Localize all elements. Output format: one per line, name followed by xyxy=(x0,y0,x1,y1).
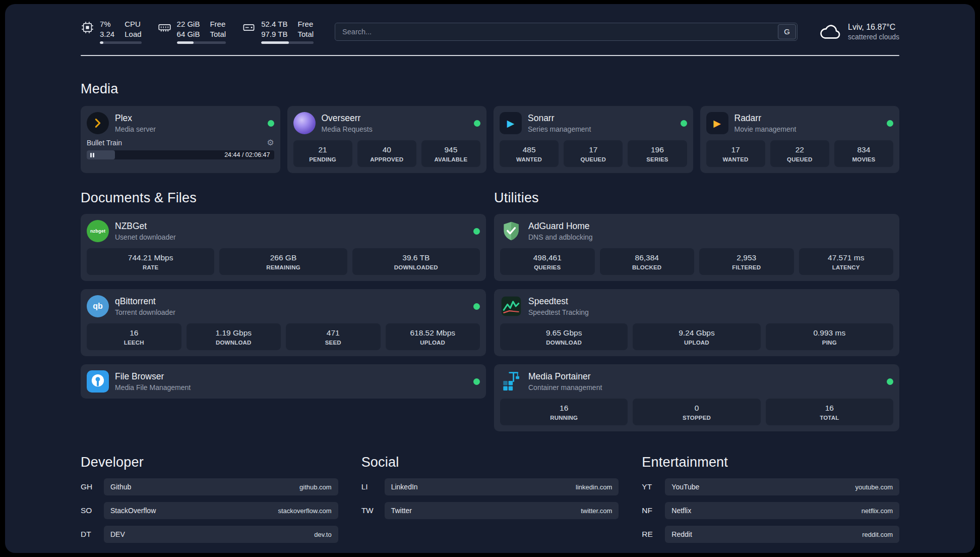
hard-drive-icon xyxy=(242,19,256,34)
disk-free-value: 52.4 TB xyxy=(261,19,287,29)
stat-label: BLOCKED xyxy=(602,264,693,270)
app-subtitle: Torrent downloader xyxy=(115,308,175,316)
stat-value: 9.24 Gbps xyxy=(635,328,758,338)
stat-value: 0.993 ms xyxy=(768,328,891,338)
stat-label: QUEUED xyxy=(772,156,827,162)
bookmark-url: reddit.com xyxy=(862,531,893,538)
bookmark-link-youtube[interactable]: YouTube youtube.com xyxy=(665,478,899,495)
status-dot xyxy=(268,120,274,127)
stat-value: 266 GB xyxy=(221,253,345,262)
bookmark-url: netflix.com xyxy=(862,507,893,515)
app-subtitle: Media File Management xyxy=(115,383,191,392)
search-engine-badge[interactable]: G xyxy=(778,24,796,39)
stat-tile: 744.21 Mbps RATE xyxy=(87,248,214,275)
bookmark-link-twitter[interactable]: Twitter twitter.com xyxy=(385,502,619,519)
section-title-social: Social xyxy=(361,455,619,470)
section-title-documents: Documents & Files xyxy=(81,190,486,206)
stat-label: QUEUED xyxy=(566,156,621,162)
app-name: qBittorrent xyxy=(115,296,175,306)
app-card-overseerr[interactable]: Overseerr Media Requests 21 PENDING 40 A… xyxy=(287,106,487,173)
app-card-radarr[interactable]: ▶ Radarr Movie management 17 WANTED 22 xyxy=(700,106,900,173)
bookmark-link-linkedin[interactable]: LinkedIn linkedin.com xyxy=(385,478,619,495)
dashboard: 7% 3.24 CPU Load xyxy=(5,4,975,553)
weather-widget[interactable]: Lviv, 16.87°C scattered clouds xyxy=(819,23,899,41)
system-stats: 7% 3.24 CPU Load xyxy=(81,19,314,44)
bookmark-link-reddit[interactable]: Reddit reddit.com xyxy=(665,526,899,543)
stat-value: 0 xyxy=(635,404,758,413)
app-name: Radarr xyxy=(734,113,797,123)
bookmark-link-stackoverflow[interactable]: StackOverflow stackoverflow.com xyxy=(104,502,338,519)
stat-tile: 39.6 TB DOWNLOADED xyxy=(352,248,480,275)
stat-label: PING xyxy=(768,340,891,346)
cpu-percent: 7% xyxy=(100,19,114,29)
bookmark-url: dev.to xyxy=(314,531,331,538)
bookmark-url: linkedin.com xyxy=(576,483,612,491)
stat-value: 39.6 TB xyxy=(354,253,478,262)
stat-tile: 86,384 BLOCKED xyxy=(600,248,695,275)
app-card-qbittorrent[interactable]: qb qBittorrent Torrent downloader 16 LEE… xyxy=(81,289,486,356)
bookmark-name: YouTube xyxy=(671,483,699,491)
stat-label: PENDING xyxy=(295,156,350,162)
search-bar: G xyxy=(335,23,798,41)
stat-label: RUNNING xyxy=(502,415,626,421)
stat-tile: 471 SEED xyxy=(286,323,381,350)
stat-label: QUERIES xyxy=(502,264,593,270)
portainer-icon xyxy=(500,370,522,393)
section-documents: Documents & Files nzbget NZBGet Usenet d… xyxy=(81,190,486,399)
weather-location: Lviv, 16.87°C xyxy=(848,23,899,32)
bookmark-name: DEV xyxy=(110,530,125,538)
bookmark-abbr: LI xyxy=(361,482,385,491)
app-card-adguard[interactable]: AdGuard Home DNS and adblocking 498,461 … xyxy=(494,214,899,281)
stat-value: 744.21 Mbps xyxy=(89,253,212,262)
status-dot xyxy=(473,378,480,385)
stat-label: SEED xyxy=(288,340,379,346)
section-title-entertainment: Entertainment xyxy=(642,455,899,470)
adguard-icon xyxy=(500,220,522,242)
stat-value: 16 xyxy=(89,328,179,338)
bookmark-link-dev[interactable]: DEV dev.to xyxy=(104,526,338,543)
stat-tile: 16 LEECH xyxy=(87,323,181,350)
bookmark-url: github.com xyxy=(299,483,332,491)
app-subtitle: DNS and adblocking xyxy=(528,233,593,241)
bookmark-link-github[interactable]: Github github.com xyxy=(104,478,338,495)
stat-tile: 0.993 ms PING xyxy=(766,323,893,350)
stat-value: 17 xyxy=(708,145,763,154)
app-card-portainer[interactable]: Media Portainer Container management 16 … xyxy=(494,364,899,431)
nzbget-icon: nzbget xyxy=(87,220,109,242)
stat-value: 618.52 Mbps xyxy=(388,328,478,338)
disk-free-label: Free xyxy=(297,19,314,29)
seek-bar[interactable]: 24:44 / 02:06:47 xyxy=(87,150,274,159)
weather-condition: scattered clouds xyxy=(848,33,899,41)
bookmark-link-netflix[interactable]: Netflix netflix.com xyxy=(665,502,899,519)
stat-value: 945 xyxy=(423,145,478,154)
stat-label: WANTED xyxy=(708,156,763,162)
section-title-utilities: Utilities xyxy=(494,190,899,206)
stat-label: DOWNLOAD xyxy=(189,340,279,346)
app-card-plex[interactable]: Plex Media server Bullet Train ⚙ 24:44 /… xyxy=(81,106,280,173)
stat-label: APPROVED xyxy=(359,156,414,162)
pause-button[interactable] xyxy=(87,150,115,159)
app-name: Media Portainer xyxy=(528,371,602,381)
ram-icon xyxy=(158,19,171,34)
stat-label: TOTAL xyxy=(768,415,891,421)
stat-value: 834 xyxy=(836,145,891,154)
app-card-sonarr[interactable]: ▶ Sonarr Series management 485 WANTED 17 xyxy=(494,106,693,173)
app-card-speedtest[interactable]: Speedtest Speedtest Tracking 9.65 Gbps D… xyxy=(494,289,899,356)
bookmark-abbr: SO xyxy=(81,506,104,515)
stat-label: DOWNLOAD xyxy=(502,340,626,346)
stat-label: SERIES xyxy=(630,156,685,162)
cpu-usage-bar xyxy=(100,41,142,44)
stat-label: FILTERED xyxy=(701,264,792,270)
stat-tile: 945 AVAILABLE xyxy=(421,140,480,167)
app-subtitle: Media server xyxy=(115,125,156,133)
app-card-filebrowser[interactable]: File Browser Media File Management xyxy=(81,364,486,399)
overseerr-icon xyxy=(293,112,316,134)
search-input[interactable] xyxy=(335,23,798,41)
bookmark-row: RE Reddit reddit.com xyxy=(642,526,899,543)
app-card-nzbget[interactable]: nzbget NZBGet Usenet downloader 744.21 M… xyxy=(81,214,486,281)
gear-icon[interactable]: ⚙ xyxy=(267,139,274,147)
bookmark-name: Netflix xyxy=(671,507,691,515)
app-subtitle: Movie management xyxy=(734,125,797,133)
status-dot xyxy=(473,228,480,235)
playback-time: 24:44 / 02:06:47 xyxy=(224,150,270,159)
